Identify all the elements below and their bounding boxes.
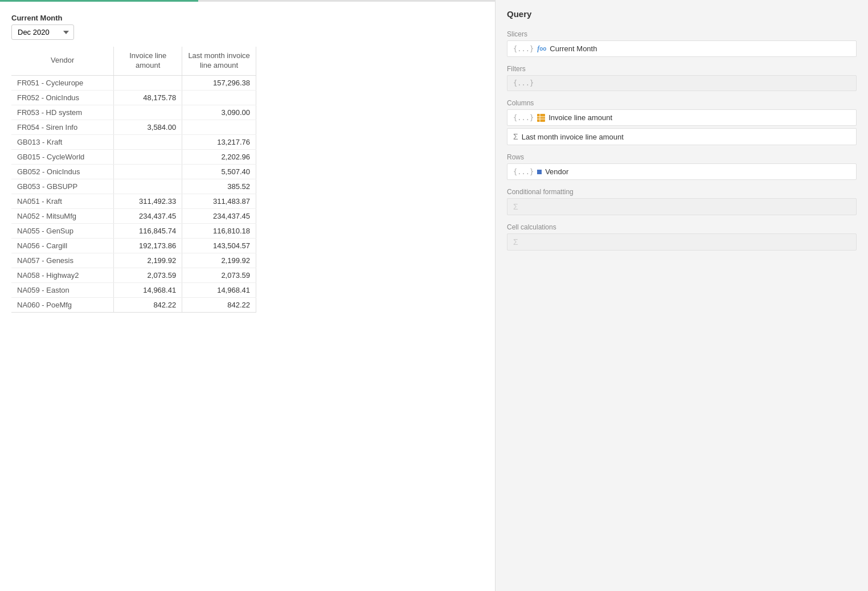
slicers-section: Slicers {...} foo Current Month bbox=[507, 27, 857, 59]
table-row: GB013 - Kraft13,217.76 bbox=[11, 134, 256, 149]
cell-lastmonth bbox=[182, 90, 256, 105]
cell-lastmonth: 14,968.41 bbox=[182, 282, 256, 297]
cell-vendor: FR053 - HD system bbox=[11, 105, 114, 120]
cell-vendor: GB015 - CycleWorld bbox=[11, 149, 114, 164]
cell-invoice: 842.22 bbox=[114, 297, 182, 312]
th-invoice: Invoice line amount bbox=[114, 47, 182, 75]
cell-calculations-section: Cell calculations Σ bbox=[507, 220, 857, 253]
filters-label: Filters bbox=[507, 61, 857, 75]
table-row: NA059 - Easton14,968.4114,968.41 bbox=[11, 282, 256, 297]
conditional-formatting-section: Conditional formatting Σ bbox=[507, 184, 857, 217]
table-body: FR051 - Cycleurope157,296.38FR052 - Onic… bbox=[11, 75, 256, 312]
filters-section: Filters {...} bbox=[507, 61, 857, 93]
table-row: FR053 - HD system3,090.00 bbox=[11, 105, 256, 120]
table-row: NA057 - Genesis2,199.922,199.92 bbox=[11, 253, 256, 268]
cell-lastmonth: 2,202.96 bbox=[182, 149, 256, 164]
filters-item[interactable]: {...} bbox=[507, 75, 857, 91]
cell-invoice bbox=[114, 75, 182, 90]
current-month-title: Current Month bbox=[11, 14, 484, 22]
rows-label: Rows bbox=[507, 150, 857, 163]
cell-invoice bbox=[114, 105, 182, 120]
column-item-invoice-text: Invoice line amount bbox=[548, 113, 612, 122]
table-row: GB053 - GBSUPP385.52 bbox=[11, 179, 256, 194]
cell-invoice: 116,845.74 bbox=[114, 223, 182, 238]
cell-lastmonth: 3,090.00 bbox=[182, 105, 256, 120]
table-row: NA052 - MitsuMfg234,437.45234,437.45 bbox=[11, 208, 256, 223]
column-item-lastmonth-text: Last month invoice line amount bbox=[522, 133, 624, 141]
conditional-formatting-item[interactable]: Σ bbox=[507, 198, 857, 215]
table-header-row: Vendor Invoice line amount Last month in… bbox=[11, 47, 256, 75]
sigma-icon: Σ bbox=[513, 237, 518, 247]
rows-section: Rows {...} Vendor bbox=[507, 150, 857, 182]
table-row: FR051 - Cycleurope157,296.38 bbox=[11, 75, 256, 90]
slicers-label: Slicers bbox=[507, 27, 857, 40]
row-item-vendor-text: Vendor bbox=[545, 167, 568, 176]
braces-icon: {...} bbox=[513, 45, 534, 53]
cell-invoice: 311,492.33 bbox=[114, 194, 182, 208]
cell-lastmonth bbox=[182, 120, 256, 134]
row-item-vendor[interactable]: {...} Vendor bbox=[507, 163, 857, 180]
progress-bar-container bbox=[0, 0, 495, 2]
columns-label: Columns bbox=[507, 96, 857, 109]
cell-vendor: NA057 - Genesis bbox=[11, 253, 114, 268]
cell-lastmonth: 157,296.38 bbox=[182, 75, 256, 90]
cell-vendor: FR051 - Cycleurope bbox=[11, 75, 114, 90]
table-row: NA060 - PoeMfg842.22842.22 bbox=[11, 297, 256, 312]
th-lastmonth: Last month invoice line amount bbox=[182, 47, 256, 75]
cell-vendor: NA055 - GenSup bbox=[11, 223, 114, 238]
cell-vendor: FR054 - Siren Info bbox=[11, 120, 114, 134]
cell-lastmonth: 311,483.87 bbox=[182, 194, 256, 208]
sigma-icon: Σ bbox=[513, 132, 518, 141]
cell-lastmonth: 2,073.59 bbox=[182, 268, 256, 282]
cell-invoice: 48,175.78 bbox=[114, 90, 182, 105]
cell-lastmonth: 385.52 bbox=[182, 179, 256, 194]
right-panel: Query Slicers {...} foo Current Month Fi… bbox=[496, 0, 868, 591]
column-item-lastmonth[interactable]: Σ Last month invoice line amount bbox=[507, 128, 857, 145]
braces-icon: {...} bbox=[513, 114, 534, 122]
cell-invoice bbox=[114, 149, 182, 164]
column-item-invoice[interactable]: {...} Invoice line amount bbox=[507, 109, 857, 126]
table-row: NA058 - Highway22,073.592,073.59 bbox=[11, 268, 256, 282]
table-row: NA055 - GenSup116,845.74116,810.18 bbox=[11, 223, 256, 238]
cell-vendor: FR052 - OnicIndus bbox=[11, 90, 114, 105]
slicer-item[interactable]: {...} foo Current Month bbox=[507, 40, 857, 57]
dropdown-container: Dec 2020 Nov 2020 Oct 2020 bbox=[11, 24, 484, 40]
table-row: FR054 - Siren Info3,584.00 bbox=[11, 120, 256, 134]
cell-lastmonth: 116,810.18 bbox=[182, 223, 256, 238]
conditional-formatting-label: Conditional formatting bbox=[507, 184, 857, 198]
slicer-item-text: Current Month bbox=[550, 44, 597, 53]
cell-vendor: NA056 - Cargill bbox=[11, 238, 114, 253]
cell-lastmonth: 5,507.40 bbox=[182, 164, 256, 179]
query-title: Query bbox=[507, 9, 857, 19]
cell-lastmonth: 234,437.45 bbox=[182, 208, 256, 223]
cell-vendor: NA060 - PoeMfg bbox=[11, 297, 114, 312]
cell-vendor: NA059 - Easton bbox=[11, 282, 114, 297]
cell-vendor: GB053 - GBSUPP bbox=[11, 179, 114, 194]
cell-invoice: 3,584.00 bbox=[114, 120, 182, 134]
table-row: FR052 - OnicIndus48,175.78 bbox=[11, 90, 256, 105]
cell-invoice: 2,199.92 bbox=[114, 253, 182, 268]
cell-lastmonth: 842.22 bbox=[182, 297, 256, 312]
cell-lastmonth: 2,199.92 bbox=[182, 253, 256, 268]
table-row: GB015 - CycleWorld2,202.96 bbox=[11, 149, 256, 164]
cell-invoice bbox=[114, 134, 182, 149]
table-row: NA056 - Cargill192,173.86143,504.57 bbox=[11, 238, 256, 253]
cell-invoice: 234,437.45 bbox=[114, 208, 182, 223]
data-table: Vendor Invoice line amount Last month in… bbox=[11, 47, 256, 313]
cell-vendor: NA052 - MitsuMfg bbox=[11, 208, 114, 223]
cell-calculations-label: Cell calculations bbox=[507, 220, 857, 233]
columns-section: Columns {...} Invoice line amount Σ Last… bbox=[507, 96, 857, 147]
left-panel: Current Month Dec 2020 Nov 2020 Oct 2020… bbox=[0, 0, 496, 591]
sigma-icon: Σ bbox=[513, 202, 518, 211]
cell-vendor: NA058 - Highway2 bbox=[11, 268, 114, 282]
braces-icon: {...} bbox=[513, 168, 534, 176]
table-icon bbox=[537, 114, 545, 122]
table-row: GB052 - OnicIndus5,507.40 bbox=[11, 164, 256, 179]
month-dropdown[interactable]: Dec 2020 Nov 2020 Oct 2020 bbox=[11, 24, 74, 40]
cell-invoice: 14,968.41 bbox=[114, 282, 182, 297]
progress-bar-fill bbox=[0, 0, 198, 2]
cell-invoice bbox=[114, 164, 182, 179]
cell-invoice: 192,173.86 bbox=[114, 238, 182, 253]
cell-lastmonth: 143,504.57 bbox=[182, 238, 256, 253]
cell-calculations-item[interactable]: Σ bbox=[507, 233, 857, 251]
